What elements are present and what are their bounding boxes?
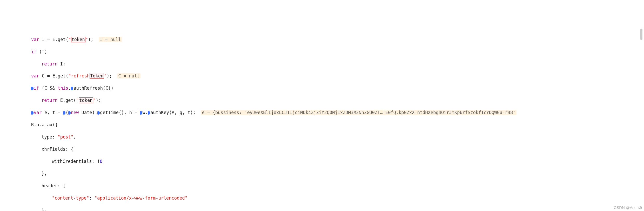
- breakpoint-icon[interactable]: [31, 87, 33, 90]
- search-hit: Token: [90, 73, 104, 79]
- breakpoint-icon[interactable]: [31, 111, 33, 115]
- search-hit: token: [79, 97, 93, 103]
- watermark-text: CSDN @Asurs9: [614, 205, 642, 210]
- code-line: type: "post",: [3, 134, 644, 140]
- code-viewer: var I = E.get("token"); I = null if (I) …: [0, 30, 644, 211]
- code-line: return E.get("token");: [3, 97, 644, 103]
- inline-value: C = null: [117, 73, 141, 78]
- code-line: header: {: [3, 183, 644, 189]
- inline-value: e = {bussiness: 'eyJ0eXBlIjoxLCJ1IjoiMDk…: [201, 110, 517, 115]
- search-hit: token: [71, 37, 85, 42]
- scrollbar-thumb[interactable]: [640, 29, 642, 40]
- code-line: xhrFields: {: [3, 146, 644, 152]
- keyword: var: [31, 37, 39, 42]
- code-line: var e, t = (new Date).getTime(), n = w.a…: [3, 110, 644, 116]
- code-line: if (C && this.authRefresh(C)): [3, 85, 644, 91]
- code-line: R.a.ajax({: [3, 122, 644, 128]
- step-marker-icon: [148, 111, 150, 115]
- code-line: withCredentials: !0: [3, 159, 644, 164]
- step-marker-icon: [68, 111, 71, 115]
- code-line: },: [3, 207, 644, 211]
- step-marker-icon: [71, 87, 73, 90]
- code-line: return I;: [3, 61, 644, 67]
- inline-value: I = null: [99, 37, 122, 42]
- step-marker-icon: [97, 111, 100, 115]
- code-line: if (I): [3, 49, 644, 55]
- code-line: },: [3, 171, 644, 177]
- step-marker-icon: [140, 111, 142, 115]
- code-line: "content-type": "application/x-www-form-…: [3, 195, 644, 201]
- step-marker-icon: [63, 111, 65, 115]
- code-line: var C = E.get("refreshToken"); C = null: [3, 73, 644, 79]
- code-line: var I = E.get("token"); I = null: [3, 37, 644, 43]
